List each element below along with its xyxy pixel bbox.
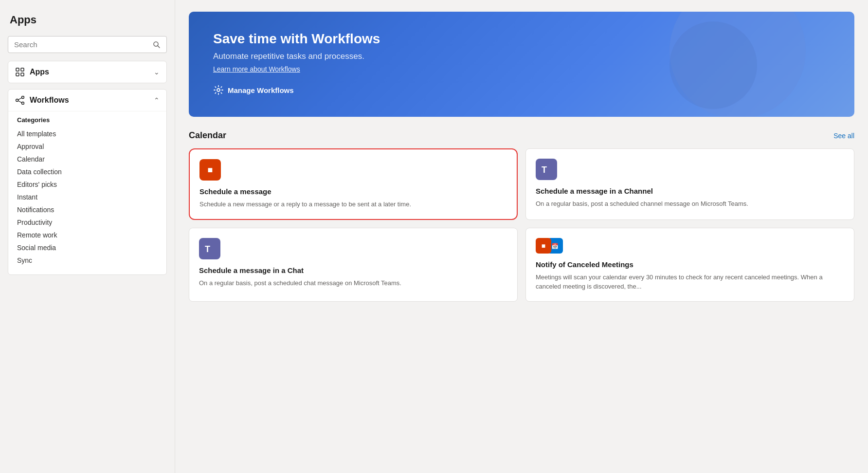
workflows-section: Workflows ⌃ Categories All templates App… — [8, 89, 167, 275]
card-notify-cancelled-title: Notify of Canceled Meetings — [536, 260, 844, 269]
manage-workflows-button[interactable]: Manage Workflows — [213, 85, 294, 95]
search-box[interactable] — [8, 36, 167, 53]
hero-banner: Save time with Workflows Automate repeti… — [189, 12, 854, 117]
category-sync[interactable]: Sync — [15, 254, 160, 267]
workflows-chevron-icon: ⌃ — [154, 96, 160, 104]
categories-title: Categories — [15, 116, 160, 124]
card-schedule-chat-desc: On a regular basis, post a scheduled cha… — [199, 278, 507, 288]
svg-text:T: T — [205, 244, 210, 254]
sidebar-item-apps[interactable]: Apps ⌄ — [8, 61, 167, 83]
apps-chevron-icon: ⌄ — [154, 68, 160, 76]
card-schedule-channel-desc: On a regular basis, post a scheduled cha… — [536, 199, 844, 209]
svg-rect-3 — [21, 68, 24, 71]
workflows-icon — [15, 95, 25, 105]
card-schedule-chat[interactable]: T Schedule a message in a Chat On a regu… — [189, 228, 518, 302]
card-notify-cancelled[interactable]: ■ 📅 Notify of Canceled Meetings Meetings… — [525, 228, 854, 302]
category-productivity[interactable]: Productivity — [15, 216, 160, 229]
office-icon: ■ — [199, 159, 221, 181]
main-content: Save time with Workflows Automate repeti… — [175, 0, 868, 473]
teams-icon-channel: T — [536, 159, 557, 180]
category-editors-picks[interactable]: Editors' picks — [15, 178, 160, 191]
svg-line-9 — [18, 98, 22, 100]
svg-point-7 — [22, 96, 24, 99]
teams-svg: T — [540, 163, 553, 176]
cards-grid: ■ Schedule a message Schedule a new mess… — [189, 148, 854, 302]
calendar-icon-svg: 📅 — [550, 241, 560, 251]
svg-point-6 — [16, 99, 18, 102]
search-input[interactable] — [14, 40, 149, 49]
sidebar-item-workflows[interactable]: Workflows ⌃ — [8, 90, 166, 111]
hero-title: Save time with Workflows — [213, 31, 830, 47]
see-all-link[interactable]: See all — [833, 132, 854, 140]
workflows-label: Workflows — [30, 96, 69, 105]
hero-subtitle: Automate repetitive tasks and processes. — [213, 52, 830, 61]
category-data-collection[interactable]: Data collection — [15, 165, 160, 178]
categories-section: Categories All templates Approval Calend… — [8, 111, 166, 274]
category-all-templates[interactable]: All templates — [15, 127, 160, 140]
sidebar: Apps Apps ⌄ — [0, 0, 175, 473]
manage-workflows-label: Manage Workflows — [228, 86, 294, 94]
calendar-section-header: Calendar See all — [189, 130, 854, 141]
card-schedule-message[interactable]: ■ Schedule a message Schedule a new mess… — [189, 148, 518, 220]
category-approval[interactable]: Approval — [15, 140, 160, 153]
gear-icon — [213, 85, 224, 95]
svg-text:T: T — [542, 165, 547, 175]
sidebar-title: Apps — [8, 10, 167, 32]
category-social-media[interactable]: Social media — [15, 241, 160, 254]
card-schedule-message-desc: Schedule a new message or a reply to a m… — [199, 200, 507, 209]
card-schedule-message-title: Schedule a message — [199, 187, 507, 196]
calendar-section-title: Calendar — [189, 130, 226, 141]
hero-learn-more-link[interactable]: Learn more about Workflows — [213, 65, 830, 73]
svg-rect-5 — [21, 73, 24, 76]
svg-line-1 — [158, 46, 160, 48]
category-remote-work[interactable]: Remote work — [15, 229, 160, 241]
category-instant[interactable]: Instant — [15, 191, 160, 203]
svg-line-10 — [18, 101, 22, 103]
dual-icon: ■ 📅 — [536, 238, 563, 254]
svg-text:📅: 📅 — [551, 242, 559, 250]
card-schedule-chat-title: Schedule a message in a Chat — [199, 266, 507, 274]
svg-rect-4 — [16, 73, 19, 76]
category-calendar[interactable]: Calendar — [15, 153, 160, 165]
teams-chat-svg: T — [203, 242, 216, 255]
teams-icon-chat: T — [199, 238, 220, 259]
svg-rect-2 — [16, 68, 19, 71]
card-notify-cancelled-desc: Meetings will scan your calendar every 3… — [536, 273, 844, 291]
card-schedule-channel-title: Schedule a message in a Channel — [536, 187, 844, 195]
card-schedule-channel[interactable]: T Schedule a message in a Channel On a r… — [525, 148, 854, 220]
search-icon — [153, 41, 161, 49]
svg-point-11 — [217, 89, 220, 91]
svg-point-8 — [22, 102, 24, 105]
apps-label: Apps — [30, 68, 49, 76]
apps-icon — [15, 67, 25, 77]
category-notifications[interactable]: Notifications — [15, 203, 160, 216]
office-icon-small: ■ — [536, 238, 551, 254]
